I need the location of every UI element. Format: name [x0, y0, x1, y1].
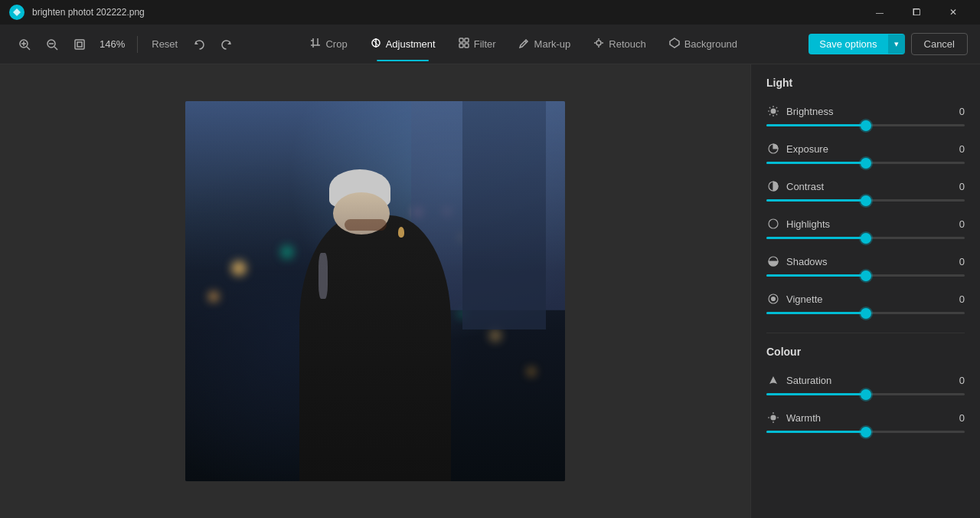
warmth-label: Warmth	[786, 412, 821, 424]
svg-marker-22	[670, 38, 679, 48]
brightness-adjustment: Brightness 0	[751, 98, 980, 133]
tab-markup-label: Mark-up	[534, 38, 571, 50]
highlights-icon	[766, 217, 780, 231]
shadows-adjustment: Shadows 0	[751, 248, 980, 283]
section-divider	[766, 333, 965, 333]
shadows-icon	[766, 254, 780, 268]
tab-filter[interactable]: Filter	[448, 33, 507, 55]
svg-rect-14	[459, 44, 463, 48]
warmth-slider[interactable]	[766, 431, 965, 433]
window-controls	[862, 0, 971, 25]
filter-icon	[459, 38, 469, 51]
svg-line-29	[776, 114, 777, 115]
saturation-slider[interactable]	[766, 393, 965, 395]
tab-background-label: Background	[684, 38, 737, 50]
svg-line-16	[524, 41, 526, 43]
highlights-slider[interactable]	[766, 237, 965, 239]
cancel-button[interactable]: Cancel	[911, 33, 968, 55]
reset-button[interactable]: Reset	[145, 35, 184, 53]
brightness-icon	[766, 104, 780, 118]
svg-line-30	[776, 107, 777, 108]
vignette-slider[interactable]	[766, 312, 965, 314]
toolbar-actions: Save options ▾ Cancel	[808, 33, 968, 55]
retouch-icon	[593, 38, 604, 51]
window-title: brighten photot 202222.png	[32, 7, 145, 18]
tab-markup[interactable]: Mark-up	[508, 33, 582, 55]
svg-line-28	[769, 107, 770, 108]
svg-line-5	[54, 47, 57, 50]
photo-container	[185, 101, 565, 481]
colour-section-title: Colour	[751, 346, 980, 367]
title-bar-left: brighten photot 202222.png	[9, 5, 145, 20]
shadows-label: Shadows	[786, 256, 827, 267]
save-options-main[interactable]: Save options	[808, 34, 887, 54]
nav-tabs: Crop Adjustment F	[299, 33, 748, 55]
photo-image	[185, 101, 565, 481]
contrast-slider[interactable]	[766, 199, 965, 202]
adjustment-panel: Light	[750, 64, 980, 518]
exposure-value: 0	[959, 143, 965, 155]
warmth-adjustment: Warmth 0	[751, 405, 980, 439]
svg-point-17	[596, 41, 601, 45]
toolbar: 146% Reset	[0, 25, 980, 64]
exposure-icon	[766, 142, 780, 156]
tab-adjustment-label: Adjustment	[386, 38, 436, 50]
contrast-adjustment: Contrast 0	[751, 173, 980, 208]
tab-retouch-label: Retouch	[609, 38, 645, 50]
zoom-in-button[interactable]	[12, 32, 37, 57]
saturation-icon	[766, 373, 780, 387]
redo-button[interactable]	[214, 32, 239, 57]
brightness-slider[interactable]	[766, 124, 965, 126]
tab-background[interactable]: Background	[658, 33, 748, 55]
vignette-label: Vignette	[786, 293, 822, 305]
save-options-button[interactable]: Save options ▾	[808, 34, 904, 54]
svg-rect-13	[465, 38, 469, 42]
background-icon	[669, 38, 680, 51]
highlights-adjustment: Highlights 0	[751, 211, 980, 245]
contrast-label: Contrast	[786, 181, 824, 192]
tab-retouch[interactable]: Retouch	[583, 33, 656, 55]
tab-crop-label: Crop	[325, 38, 347, 50]
saturation-value: 0	[959, 375, 965, 386]
tab-crop[interactable]: Crop	[299, 33, 358, 55]
highlights-value: 0	[959, 218, 965, 230]
adjustment-icon	[371, 38, 381, 51]
vignette-adjustment: Vignette 0	[751, 286, 980, 320]
saturation-label: Saturation	[786, 375, 831, 386]
svg-rect-12	[459, 38, 463, 42]
save-options-dropdown[interactable]: ▾	[888, 34, 905, 54]
svg-point-23	[771, 109, 776, 114]
svg-line-31	[769, 114, 770, 115]
brightness-header: Brightness 0	[766, 104, 965, 118]
title-bar: brighten photot 202222.png	[0, 0, 980, 25]
svg-rect-8	[77, 42, 82, 47]
warmth-icon	[766, 411, 780, 425]
zoom-out-button[interactable]	[40, 32, 64, 57]
close-button[interactable]	[936, 0, 971, 25]
shadows-slider[interactable]	[766, 274, 965, 277]
maximize-button[interactable]	[899, 0, 934, 25]
undo-button[interactable]	[187, 32, 211, 57]
shadows-value: 0	[959, 256, 965, 267]
svg-line-1	[27, 47, 30, 50]
svg-point-34	[769, 219, 778, 228]
svg-point-37	[772, 297, 776, 301]
svg-point-38	[771, 415, 776, 420]
crop-icon	[310, 38, 321, 51]
toolbar-separator	[137, 36, 138, 53]
svg-rect-15	[465, 44, 469, 48]
contrast-icon	[766, 179, 780, 193]
exposure-slider[interactable]	[766, 162, 965, 164]
app-icon	[9, 5, 24, 20]
svg-rect-7	[75, 40, 84, 49]
zoom-controls: 146% Reset	[12, 32, 239, 57]
tab-adjustment[interactable]: Adjustment	[360, 33, 446, 55]
exposure-label: Exposure	[786, 143, 828, 155]
vignette-value: 0	[959, 293, 965, 305]
markup-icon	[519, 38, 530, 51]
contrast-value: 0	[959, 181, 965, 192]
canvas-area	[0, 64, 750, 518]
fit-view-button[interactable]	[67, 32, 92, 57]
brightness-value: 0	[959, 106, 965, 117]
minimize-button[interactable]	[862, 0, 897, 25]
